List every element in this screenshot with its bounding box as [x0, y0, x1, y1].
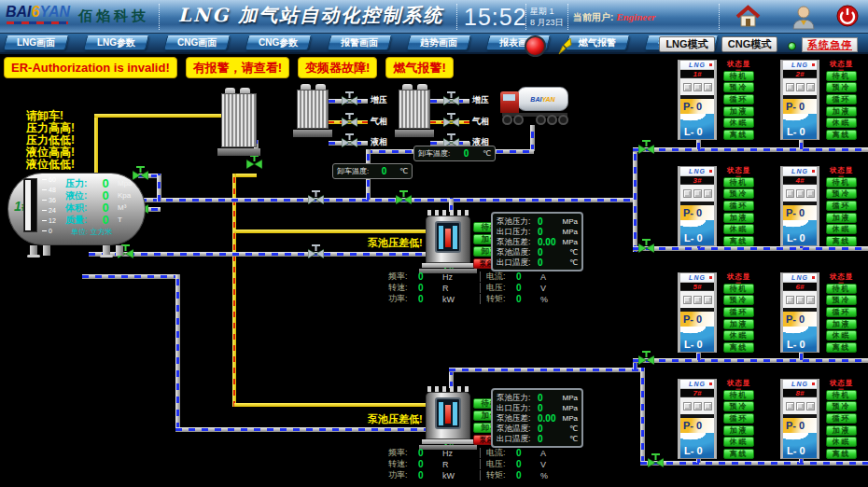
dispenser-state-button[interactable]: 离线 [723, 130, 754, 140]
status-header: 状态显示 [826, 379, 857, 388]
system-estop-button[interactable]: 系统急停 [802, 37, 858, 52]
dispenser-nozzle-icons [783, 78, 817, 95]
dispenser-state-button[interactable]: 休眠 [723, 224, 754, 234]
nav-tab[interactable]: 燃气报警 [565, 35, 630, 50]
dispenser-state-button[interactable]: 休眠 [723, 437, 754, 447]
dispenser-state-button[interactable]: 离线 [723, 342, 754, 353]
vfd-unit: Hz [442, 449, 453, 458]
pump-data-value: 0 [538, 216, 557, 227]
dispenser-cell: LNG 6# P- 0 L- 0 状态显示 待机预冷循环加液休眠离线 [780, 272, 859, 353]
dispenser-state-button[interactable]: 离线 [826, 342, 857, 353]
dispenser-state-button[interactable]: 预冷 [723, 295, 754, 305]
dispenser-state-button[interactable]: 预冷 [826, 401, 857, 411]
line-label-boost: 增压 [371, 94, 387, 106]
dispenser-state-button[interactable]: 休眠 [723, 118, 754, 128]
dispenser-state-button[interactable]: 休眠 [826, 224, 857, 234]
dispenser-state-button[interactable]: 循环 [826, 413, 857, 424]
valve-icon[interactable] [396, 190, 412, 204]
dispenser-state-button[interactable]: 预冷 [826, 188, 857, 199]
nav-tab[interactable]: CNG参数 [245, 35, 312, 50]
dispenser-state-button[interactable]: 循环 [826, 201, 857, 211]
status-header: 状态显示 [723, 272, 754, 282]
unload-temp-display: 卸车温度: 0 ℃ [413, 146, 496, 161]
reading-value: 0 [93, 213, 118, 227]
dispenser-state-button[interactable]: 离线 [723, 449, 754, 459]
dispenser-state-button[interactable]: 加液 [826, 106, 857, 117]
dispenser-state-button[interactable]: 待机 [826, 284, 857, 294]
dispenser-state-button[interactable]: 休眠 [826, 118, 857, 128]
alarm-indicator-button[interactable] [525, 35, 546, 57]
valve-icon[interactable] [443, 113, 459, 127]
dispenser-state-button[interactable]: 循环 [723, 94, 754, 104]
dispenser-state-button[interactable]: 加液 [723, 425, 754, 436]
valve-icon[interactable] [648, 453, 664, 467]
dispenser-state-button[interactable]: 循环 [723, 201, 754, 211]
dispenser-state-button[interactable]: 待机 [723, 284, 754, 294]
dispenser-state-button[interactable]: 循环 [723, 413, 754, 424]
dispenser-level-display: L- 0 [680, 433, 714, 458]
valve-icon[interactable] [638, 140, 654, 154]
nav-tab[interactable]: CNG画面 [163, 35, 231, 50]
valve-icon[interactable] [342, 113, 357, 127]
valve-icon[interactable] [308, 244, 324, 258]
dispenser-status-column: 状态显示 待机预冷循环加液休眠离线 [826, 379, 857, 459]
lng-mode-button[interactable]: LNG模式 [659, 36, 715, 52]
dispenser-pressure-display: P- 0 [680, 312, 714, 327]
dispenser-state-button[interactable]: 循环 [826, 307, 857, 317]
dispenser-state-button[interactable]: 预冷 [723, 188, 754, 199]
nav-tab[interactable]: LNG参数 [83, 35, 149, 50]
line-label-liquid: 液相 [371, 136, 387, 148]
alarm-banner: 燃气报警! [385, 57, 453, 78]
valve-icon[interactable] [342, 91, 357, 105]
dispenser-state-button[interactable]: 离线 [826, 236, 857, 246]
dispenser-state-button[interactable]: 加液 [723, 106, 754, 117]
dispenser-state-button[interactable]: 加液 [826, 213, 857, 223]
dispenser-state-button[interactable]: 离线 [723, 236, 754, 246]
dispenser-state-button[interactable]: 离线 [826, 130, 857, 140]
vfd-cell: 转矩: 0 % [480, 294, 571, 304]
dispenser-state-button[interactable]: 待机 [723, 390, 754, 400]
dispenser-id: 1# [680, 70, 714, 78]
pump-data-row: 泵池压力: 0 MPa [497, 216, 578, 227]
cng-mode-button[interactable]: CNG模式 [721, 36, 777, 52]
dispenser-state-button[interactable]: 休眠 [723, 330, 754, 341]
pump-body [426, 392, 470, 439]
dispenser-state-button[interactable]: 加液 [826, 425, 857, 436]
dispenser-state-button[interactable]: 待机 [723, 177, 754, 188]
home-icon[interactable] [735, 5, 761, 29]
nav-tab[interactable]: LNG画面 [3, 35, 69, 50]
dispenser-state-button[interactable]: 休眠 [826, 437, 857, 447]
dispenser-status-column: 状态显示 待机预冷循环加液休眠离线 [826, 272, 857, 353]
dispenser-id: 4# [783, 176, 817, 185]
valve-icon[interactable] [638, 239, 654, 253]
dispenser-state-button[interactable]: 预冷 [826, 82, 857, 92]
valve-icon[interactable] [246, 155, 262, 169]
tank-scale: 60483624120 [42, 176, 56, 234]
valve-icon[interactable] [443, 91, 459, 105]
power-button-icon[interactable] [836, 5, 859, 27]
pump-data-unit: MPa [557, 394, 578, 402]
dispenser-state-button[interactable]: 预冷 [723, 401, 754, 411]
valve-icon[interactable] [638, 351, 654, 365]
dispenser-state-button[interactable]: 待机 [826, 71, 857, 81]
nav-tab[interactable]: 报警画面 [327, 35, 392, 50]
user-icon[interactable] [791, 4, 816, 30]
dispenser-state-button[interactable]: 待机 [826, 390, 857, 400]
vaporizer-3 [399, 84, 430, 137]
dispenser-state-button[interactable]: 加液 [723, 319, 754, 329]
dispenser-state-button[interactable]: 加液 [826, 319, 857, 329]
dispenser-state-button[interactable]: 离线 [826, 449, 857, 459]
dispenser-state-button[interactable]: 待机 [723, 71, 754, 81]
valve-icon[interactable] [308, 190, 324, 204]
dispenser-state-button[interactable]: 待机 [826, 177, 857, 188]
nav-tab[interactable]: 趋势画面 [406, 35, 471, 50]
dispenser-nozzle-icons [680, 78, 714, 95]
valve-icon[interactable] [342, 133, 357, 147]
dispenser-state-button[interactable]: 预冷 [826, 295, 857, 305]
dispenser-brand: LNG [783, 167, 817, 176]
dispenser-state-button[interactable]: 加液 [723, 213, 754, 223]
dispenser-state-button[interactable]: 预冷 [723, 82, 754, 92]
dispenser-state-button[interactable]: 循环 [723, 307, 754, 317]
dispenser-state-button[interactable]: 休眠 [826, 330, 857, 341]
dispenser-state-button[interactable]: 循环 [826, 94, 857, 104]
